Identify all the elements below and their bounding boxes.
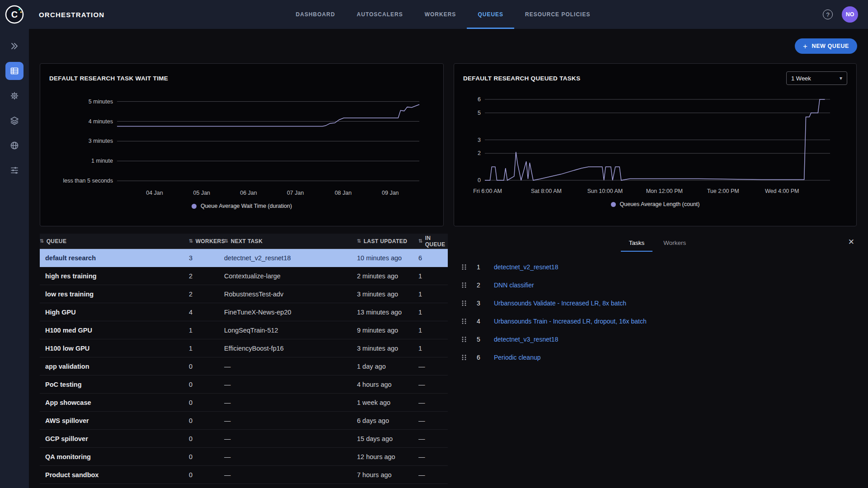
last-updated-cell: 13 minutes ago xyxy=(357,309,418,316)
detail-tab-label: Tasks xyxy=(629,239,645,246)
task-link[interactable]: Urbansounds Train - Increased LR, dropou… xyxy=(494,318,647,325)
task-row[interactable]: 6 Periodic cleanup xyxy=(458,348,857,366)
table-row[interactable]: H100 med GPU 1 LongSeqTrain-512 9 minute… xyxy=(40,321,448,339)
sort-icon[interactable]: ⇅ xyxy=(224,238,229,244)
detail-tab[interactable]: Tasks xyxy=(621,234,653,252)
help-icon[interactable]: ? xyxy=(823,9,833,19)
queue-name-cell: H100 med GPU xyxy=(40,327,189,334)
sort-icon[interactable]: ⇅ xyxy=(418,238,423,244)
detail-tab-label: Workers xyxy=(663,239,686,246)
queue-name-cell: QA monitoring xyxy=(40,453,189,460)
workers-cell: 2 xyxy=(189,291,224,298)
clearml-logo-icon: C xyxy=(5,5,24,24)
wait-time-legend: Queue Average Wait Time (duration) xyxy=(49,203,434,209)
queues-icon[interactable] xyxy=(5,62,23,80)
sort-icon[interactable]: ⇅ xyxy=(357,238,361,244)
task-row[interactable]: 5 detectnet_v3_resnet18 xyxy=(458,330,857,348)
drag-handle-icon[interactable] xyxy=(461,354,469,361)
column-header[interactable]: ⇅ NEXT TASK xyxy=(224,238,357,244)
sort-icon[interactable]: ⇅ xyxy=(40,238,44,244)
queues-table-body: default research 3 detectnet_v2_resnet18… xyxy=(40,249,448,484)
svg-text:0: 0 xyxy=(478,177,481,183)
task-link[interactable]: detectnet_v3_resnet18 xyxy=(494,336,558,343)
task-index: 1 xyxy=(477,263,488,271)
close-icon[interactable]: ✕ xyxy=(848,237,854,247)
task-index: 3 xyxy=(477,300,488,307)
column-header-label: IN QUEUE xyxy=(425,235,448,248)
task-link[interactable]: detectnet_v2_resnet18 xyxy=(494,263,558,271)
svg-text:Fri 6:00 AM: Fri 6:00 AM xyxy=(473,188,502,194)
workers-cell: 1 xyxy=(189,327,224,334)
left-sidebar xyxy=(0,29,29,488)
svg-text:06 Jan: 06 Jan xyxy=(240,190,257,196)
header-tab[interactable]: QUEUES xyxy=(467,0,514,29)
drag-handle-icon[interactable] xyxy=(461,264,469,270)
workers-cell: 0 xyxy=(189,417,224,424)
charts-row: DEFAULT RESEARCH TASK WAIT TIME 5 minute… xyxy=(29,63,868,226)
table-row[interactable]: GCP spillover 0 — 15 days ago — xyxy=(40,430,448,448)
header-tab[interactable]: AUTOSCALERS xyxy=(346,0,414,29)
table-row[interactable]: high res training 2 Contextualize-large … xyxy=(40,267,448,285)
table-row[interactable]: High GPU 4 FineTuneX-News-ep20 13 minute… xyxy=(40,303,448,321)
table-row[interactable]: default research 3 detectnet_v2_resnet18… xyxy=(40,249,448,267)
chevrons-right-icon[interactable] xyxy=(5,37,23,55)
svg-text:5: 5 xyxy=(478,110,481,116)
header-tab[interactable]: RESOURCE POLICIES xyxy=(514,0,601,29)
autoscalers-icon[interactable] xyxy=(5,112,23,130)
task-link[interactable]: Periodic cleanup xyxy=(494,354,541,361)
drag-handle-icon[interactable] xyxy=(461,282,469,288)
new-queue-button[interactable]: + NEW QUEUE xyxy=(795,38,857,54)
column-header-label: WORKERS xyxy=(196,238,225,244)
task-row[interactable]: 2 DNN classifier xyxy=(458,276,857,294)
header-tab-label: WORKERS xyxy=(425,11,456,18)
next-task-cell: RobustnessTest-adv xyxy=(224,291,357,298)
applications-icon[interactable] xyxy=(5,136,23,155)
drag-handle-icon[interactable] xyxy=(461,318,469,324)
drag-handle-icon[interactable] xyxy=(461,336,469,343)
workers-icon[interactable] xyxy=(5,87,23,105)
header-tab-label: DASHBOARD xyxy=(296,11,335,18)
in-queue-cell: 6 xyxy=(418,254,448,262)
svg-text:Mon 12:00 PM: Mon 12:00 PM xyxy=(646,188,683,194)
table-row[interactable]: App showcase 0 — 1 week ago — xyxy=(40,394,448,412)
header-tab[interactable]: WORKERS xyxy=(414,0,467,29)
task-row[interactable]: 1 detectnet_v2_resnet18 xyxy=(458,258,857,276)
table-row[interactable]: AWS spillover 0 — 6 days ago — xyxy=(40,412,448,430)
svg-text:05 Jan: 05 Jan xyxy=(193,190,211,196)
table-row[interactable]: QA monitoring 0 — 12 hours ago — xyxy=(40,448,448,466)
last-updated-cell: 9 minutes ago xyxy=(357,327,418,334)
avatar[interactable]: NO xyxy=(842,6,858,23)
app-logo[interactable]: C xyxy=(0,5,29,24)
task-link[interactable]: Urbansounds Validate - Increased LR, 8x … xyxy=(494,300,626,307)
header-tab-label: AUTOSCALERS xyxy=(357,11,403,18)
last-updated-cell: 12 hours ago xyxy=(357,453,418,460)
svg-text:08 Jan: 08 Jan xyxy=(335,190,352,196)
svg-text:4 minutes: 4 minutes xyxy=(89,118,113,125)
task-row[interactable]: 3 Urbansounds Validate - Increased LR, 8… xyxy=(458,294,857,312)
time-range-dropdown[interactable]: 1 Week ▾ xyxy=(786,71,847,85)
table-row[interactable]: H100 low GPU 1 EfficiencyBoost-fp16 3 mi… xyxy=(40,339,448,357)
in-queue-cell: — xyxy=(418,399,448,406)
column-header[interactable]: ⇅ LAST UPDATED xyxy=(357,238,418,244)
last-updated-cell: 2 minutes ago xyxy=(357,272,418,280)
workers-cell: 0 xyxy=(189,453,224,460)
resource-policies-icon[interactable] xyxy=(5,161,23,179)
table-row[interactable]: Product sandbox 0 — 7 hours ago — xyxy=(40,466,448,484)
table-row[interactable]: PoC testing 0 — 4 hours ago — xyxy=(40,375,448,394)
column-header[interactable]: ⇅ QUEUE xyxy=(40,238,189,244)
svg-text:3: 3 xyxy=(478,137,481,143)
in-queue-cell: 1 xyxy=(418,327,448,334)
table-row[interactable]: low res training 2 RobustnessTest-adv 3 … xyxy=(40,285,448,303)
detail-tab[interactable]: Workers xyxy=(655,234,694,252)
table-row[interactable]: app validation 0 — 1 day ago — xyxy=(40,357,448,375)
column-header[interactable]: ⇅ IN QUEUE xyxy=(418,235,448,248)
queue-name-cell: AWS spillover xyxy=(40,417,189,424)
column-header[interactable]: ⇅ WORKERS xyxy=(189,238,224,244)
drag-handle-icon[interactable] xyxy=(461,300,469,306)
task-link[interactable]: DNN classifier xyxy=(494,282,534,289)
queue-name-cell: low res training xyxy=(40,291,189,298)
task-row[interactable]: 4 Urbansounds Train - Increased LR, drop… xyxy=(458,312,857,330)
header-tab[interactable]: DASHBOARD xyxy=(285,0,346,29)
sort-icon[interactable]: ⇅ xyxy=(189,238,193,244)
svg-text:6: 6 xyxy=(478,96,481,103)
